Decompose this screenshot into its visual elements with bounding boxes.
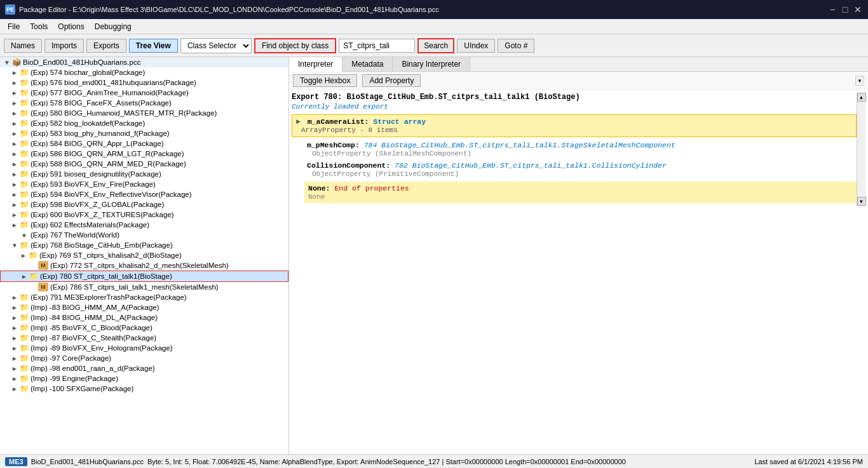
add-property-button[interactable]: Add Property [362, 74, 421, 87]
property-collision[interactable]: CollisionComponent: 782 BioStage_CitHub_… [304, 160, 857, 179]
expand-icon[interactable]: ► [10, 100, 19, 107]
tree-item[interactable]: ►📁(Exp) 588 BIOG_QRN_ARM_MED_R(Package) [0, 159, 288, 169]
tree-item[interactable]: ►📁(Exp) 594 BioVFX_Env_ReflectiveVisor(P… [0, 189, 288, 199]
expand-icon[interactable]: ► [10, 345, 19, 352]
tree-item[interactable]: ►📁(Imp) -98 end001_raan_a_d(Package) [0, 363, 288, 373]
expand-icon[interactable]: ► [10, 385, 19, 392]
expand-icon[interactable]: ▼ [10, 242, 19, 249]
tree-item[interactable]: ►📁(Exp) 578 BIOG_FaceFX_Assets(Package) [0, 98, 288, 108]
expand-icon[interactable]: ► [10, 335, 19, 342]
expand-icon[interactable]: ► [10, 211, 19, 218]
tree-item[interactable]: ►📁(Imp) -87 BioVFX_C_Stealth(Package) [0, 333, 288, 343]
tree-view-button[interactable]: Tree View [129, 39, 178, 53]
tree-item[interactable]: ►M(Exp) 786 ST_citprs_tali_talk1_mesh(Sk… [0, 282, 288, 292]
expand-icon[interactable]: ► [10, 294, 19, 301]
tree-item[interactable]: ►📁(Imp) -100 SFXGame(Package) [0, 384, 288, 394]
expand-icon[interactable]: ► [10, 365, 19, 372]
class-selector-dropdown[interactable]: Class Selector [180, 38, 252, 53]
tree-item[interactable]: ►📁(Exp) 583 biog_phy_humanoid_f(Package) [0, 128, 288, 138]
expand-icon[interactable]: ► [10, 69, 19, 76]
tree-item[interactable]: ►📁(Exp) 582 biog_lookatdef(Package) [0, 118, 288, 128]
uindex-button[interactable]: UIndex [457, 39, 495, 53]
expand-icon[interactable]: ► [10, 150, 19, 157]
tree-item[interactable]: ►📁(Imp) -99 Engine(Package) [0, 373, 288, 384]
imports-button[interactable]: Imports [44, 39, 84, 53]
tab-metadata[interactable]: Metadata [342, 57, 393, 71]
camera-list-expand-icon[interactable]: ► [296, 117, 301, 126]
expand-icon[interactable]: ► [10, 161, 19, 168]
tree-item[interactable]: ▼📁(Exp) 768 BioStage_CitHub_Emb(Package) [0, 240, 288, 250]
tree-item[interactable]: ►📁(Exp) 591 bioseq_designutility(Package… [0, 169, 288, 179]
tab-binary-interpreter[interactable]: Binary Interpreter [393, 57, 470, 71]
tree-content[interactable]: ▼ 📦 BioD_End001_481HubQuarians.pcc ►📁(Ex… [0, 57, 288, 454]
minimize-button[interactable]: − [827, 4, 837, 15]
tree-item[interactable]: ►📁(Exp) 791 ME3ExplorerTrashPackage(Pack… [0, 292, 288, 302]
mesh-icon: M [38, 283, 48, 291]
exports-button[interactable]: Exports [86, 39, 126, 53]
tree-item-label: (Exp) 580 BIOG_Humanoid_MASTER_MTR_R(Pac… [31, 109, 217, 117]
menu-tools[interactable]: Tools [25, 21, 53, 32]
expand-icon[interactable]: ► [20, 273, 29, 280]
expand-icon[interactable]: ► [10, 110, 19, 117]
tree-item[interactable]: ►📁(Exp) 600 BioVFX_Z_TEXTURES(Package) [0, 210, 288, 220]
expand-icon[interactable]: ► [10, 191, 19, 198]
interpreter-scroll-down[interactable]: ▼ [857, 197, 866, 206]
find-object-button[interactable]: Find object by class [254, 38, 336, 53]
toggle-hexbox-button[interactable]: Toggle Hexbox [293, 74, 357, 87]
tree-item[interactable]: ►📁(Imp) -84 BIOG_HMM_DL_A(Package) [0, 312, 288, 323]
tree-item[interactable]: ►📁(Imp) -89 BioVFX_Env_Hologram(Package) [0, 343, 288, 353]
tree-item[interactable]: ►📁(Exp) 769 ST_citprs_khalisah2_d(BioSta… [0, 250, 288, 260]
expand-icon[interactable]: ► [10, 314, 19, 321]
expand-icon[interactable]: ► [10, 324, 19, 331]
tree-item[interactable]: ►📁(Exp) 577 BIOG_AnimTree_Humanoid(Packa… [0, 88, 288, 98]
expand-icon[interactable]: ► [10, 130, 19, 137]
tree-item-label: (Exp) 578 BIOG_FaceFX_Assets(Package) [31, 99, 172, 107]
tree-item[interactable]: ►📁(Exp) 586 BIOG_QRN_ARM_LGT_R(Package) [0, 149, 288, 159]
search-input[interactable] [339, 39, 415, 53]
property-mesh-comp[interactable]: m_pMeshComp: 784 BioStage_CitHub_Emb.ST_… [304, 140, 857, 159]
menu-debugging[interactable]: Debugging [90, 21, 137, 32]
close-button[interactable]: ✕ [853, 4, 863, 15]
tree-item[interactable]: ►📁(Exp) 602 EffectsMaterials(Package) [0, 220, 288, 230]
mesh-comp-sub: ObjectProperty (SkeletalMeshComponent) [312, 150, 471, 157]
interpreter-scroll-up[interactable]: ▲ [857, 93, 866, 102]
tree-item-label: (Exp) 600 BioVFX_Z_TEXTURES(Package) [31, 211, 174, 218]
tree-item[interactable]: ►📁(Exp) 593 BioVFX_Env_Fire(Package) [0, 179, 288, 189]
root-expand-icon[interactable]: ▼ [3, 59, 11, 66]
tree-item[interactable]: ►📁(Exp) 584 BIOG_QRN_Appr_L(Package) [0, 138, 288, 149]
expand-icon[interactable]: ► [10, 90, 19, 97]
tree-item[interactable]: ►📁(Exp) 780 ST_citprs_tali_talk1(BioStag… [0, 271, 288, 282]
expand-icon[interactable]: ► [10, 201, 19, 208]
tab-interpreter[interactable]: Interpreter [289, 57, 342, 72]
tree-item[interactable]: ►📁(Imp) -85 BioVFX_C_Blood(Package) [0, 323, 288, 333]
folder-icon: 📁 [19, 119, 29, 128]
expand-icon[interactable]: ► [10, 304, 19, 311]
goto-button[interactable]: Goto # [498, 39, 534, 53]
expand-icon[interactable]: ► [10, 355, 19, 362]
tree-item[interactable]: ►📁(Exp) 598 BioVFX_Z_GLOBAL(Package) [0, 199, 288, 210]
expand-icon[interactable]: ► [10, 140, 19, 147]
maximize-button[interactable]: □ [840, 4, 850, 15]
tree-root[interactable]: ▼ 📦 BioD_End001_481HubQuarians.pcc [0, 57, 288, 67]
tree-item[interactable]: ►📁(Exp) 576 biod_end001_481hubquarians(P… [0, 77, 288, 88]
tree-item[interactable]: ►📁(Exp) 580 BIOG_Humanoid_MASTER_MTR_R(P… [0, 108, 288, 118]
names-button[interactable]: Names [4, 39, 42, 53]
expand-icon[interactable]: ► [10, 222, 19, 229]
menu-options[interactable]: Options [53, 21, 89, 32]
expand-icon[interactable]: ► [10, 375, 19, 382]
property-camera-list[interactable]: ► m_aCameraList: Struct array ArrayPrope… [292, 114, 857, 137]
menu-file[interactable]: File [3, 21, 25, 32]
scrollbar-right-arrow[interactable]: ▼ [855, 76, 864, 86]
expand-icon[interactable]: ► [10, 171, 19, 178]
search-button[interactable]: Search [417, 38, 454, 53]
expand-icon[interactable]: ► [10, 120, 19, 127]
tree-item[interactable]: ►●(Exp) 767 TheWorld(World) [0, 230, 288, 240]
tree-item[interactable]: ►📁(Exp) 574 biochar_global(Package) [0, 67, 288, 77]
expand-icon[interactable]: ► [19, 252, 28, 259]
tree-item[interactable]: ►M(Exp) 772 ST_citprs_khalisah2_d_mesh(S… [0, 260, 288, 271]
tree-item[interactable]: ►📁(Imp) -83 BIOG_HMM_AM_A(Package) [0, 302, 288, 312]
expand-icon[interactable]: ► [10, 79, 19, 86]
expand-icon[interactable]: ► [10, 181, 19, 188]
collision-value: 782 BioStage_CitHub_Emb.ST_citprs_tali_t… [395, 161, 667, 170]
tree-item[interactable]: ►📁(Imp) -97 Core(Package) [0, 353, 288, 363]
